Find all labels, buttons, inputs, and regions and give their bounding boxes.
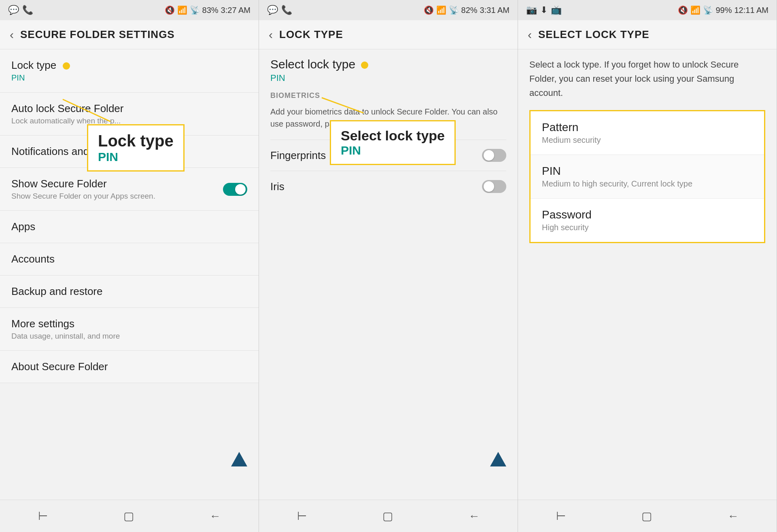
page-title-2: LOCK TYPE: [279, 28, 343, 41]
top-bar-1: ‹ SECURE FOLDER SETTINGS: [0, 20, 259, 49]
time-label-2: 3:31 AM: [480, 6, 510, 15]
yellow-dot: [63, 62, 70, 70]
biometrics-section-label: BIOMETRICS: [270, 91, 506, 100]
settings-item-accounts[interactable]: Accounts: [0, 243, 259, 276]
select-lock-desc: Select a lock type. If you forget how to…: [529, 57, 765, 100]
lock-option-pin[interactable]: PIN Medium to high security, Current loc…: [531, 155, 764, 199]
message-icon: 💬: [8, 5, 19, 15]
settings-item-about[interactable]: About Secure Folder: [0, 351, 259, 383]
mute-icon-3: 🔇: [678, 5, 688, 15]
bottom-nav-3: ⊢ ▢ ←: [518, 500, 777, 532]
wifi-icon: 📶: [177, 5, 187, 15]
nav-back-1[interactable]: ←: [210, 510, 221, 523]
back-button-3[interactable]: ‹: [528, 28, 532, 42]
ann-sub-1: PIN: [98, 150, 174, 164]
settings-content: Lock type PIN Auto lock Secure Folder Lo…: [0, 49, 259, 500]
time-label: 3:27 AM: [221, 6, 251, 15]
settings-item-lock-type[interactable]: Lock type PIN: [0, 49, 259, 93]
battery-label: 83%: [202, 6, 219, 15]
status-right-3: 🔇 📶 📡 99% 12:11 AM: [678, 5, 769, 15]
fingerprints-toggle[interactable]: [482, 149, 506, 162]
status-left-3: 📷 ⬇ 📺: [526, 5, 562, 15]
auto-lock-title: Auto lock Secure Folder: [11, 102, 247, 115]
battery-label-2: 82%: [461, 6, 478, 15]
cast-icon-3: 📺: [551, 5, 562, 15]
status-right-1: 🔇 📶 📡 83% 3:27 AM: [165, 5, 251, 15]
apps-title: Apps: [11, 220, 247, 233]
lock-type-title: Lock type: [11, 59, 247, 72]
signal-icon: 📡: [190, 5, 200, 15]
settings-item-show-folder[interactable]: Show Secure Folder Show Secure Folder on…: [0, 168, 259, 211]
backup-title: Backup and restore: [11, 285, 247, 298]
wifi-icon-3: 📶: [690, 5, 701, 15]
status-bar-3: 📷 ⬇ 📺 🔇 📶 📡 99% 12:11 AM: [518, 0, 777, 20]
download-icon-3: ⬇: [540, 5, 548, 15]
mute-icon: 🔇: [165, 5, 175, 15]
show-folder-title: Show Secure Folder: [11, 178, 155, 190]
nav-home-2[interactable]: ▢: [382, 509, 393, 523]
bottom-nav-1: ⊢ ▢ ←: [0, 500, 259, 532]
back-button-2[interactable]: ‹: [269, 28, 273, 42]
nav-recent-3[interactable]: ⊢: [556, 509, 566, 523]
yellow-dot-2: [361, 61, 368, 69]
wifi-icon-2: 📶: [436, 5, 446, 15]
settings-list: Lock type PIN Auto lock Secure Folder Lo…: [0, 49, 259, 383]
settings-item-apps[interactable]: Apps: [0, 211, 259, 243]
iris-label: Iris: [270, 180, 284, 193]
voicemail-icon: 📞: [22, 5, 33, 15]
ann-title-1: Lock type: [98, 132, 174, 150]
mute-icon-2: 🔇: [424, 5, 434, 15]
status-left-2: 💬 📞: [267, 5, 292, 15]
annotation-box-2: Select lock type PIN: [330, 120, 456, 165]
show-folder-toggle[interactable]: [223, 183, 247, 196]
iris-toggle[interactable]: [482, 180, 506, 193]
back-button-1[interactable]: ‹: [10, 28, 14, 42]
panel-secure-folder-settings: 💬 📞 🔇 📶 📡 83% 3:27 AM ‹ SECURE FOLDER SE…: [0, 0, 259, 532]
nav-home-1[interactable]: ▢: [123, 509, 134, 523]
nav-back-2[interactable]: ←: [469, 510, 480, 523]
ann-sub-2: PIN: [341, 144, 445, 157]
signal-icon-2: 📡: [449, 5, 459, 15]
settings-item-backup[interactable]: Backup and restore: [0, 276, 259, 308]
select-lock-content: Select a lock type. If you forget how to…: [518, 49, 777, 500]
time-label-3: 12:11 AM: [734, 6, 769, 15]
lock-option-password[interactable]: Password High security: [531, 199, 764, 242]
lock-options-box: Pattern Medium security PIN Medium to hi…: [529, 110, 765, 243]
iris-row[interactable]: Iris: [270, 171, 506, 202]
lock-option-pattern[interactable]: Pattern Medium security: [531, 111, 764, 155]
pin-subtitle: Medium to high security, Current lock ty…: [542, 179, 753, 189]
pin-title: PIN: [542, 165, 753, 178]
select-lock-inner: Select a lock type. If you forget how to…: [518, 49, 777, 251]
pattern-title: Pattern: [542, 121, 753, 134]
lock-type-content: Select lock type PIN BIOMETRICS Add your…: [259, 49, 518, 500]
message-icon-2: 💬: [267, 5, 278, 15]
status-right-2: 🔇 📶 📡 82% 3:31 AM: [424, 5, 510, 15]
ann-title-2: Select lock type: [341, 128, 445, 144]
about-title: About Secure Folder: [11, 360, 247, 373]
more-title: More settings: [11, 318, 247, 330]
accounts-title: Accounts: [11, 253, 247, 265]
nav-recent-2[interactable]: ⊢: [297, 509, 307, 523]
page-title-1: SECURE FOLDER SETTINGS: [20, 28, 175, 41]
screenshot-icon-3: 📷: [526, 5, 537, 15]
nav-recent-1[interactable]: ⊢: [38, 509, 48, 523]
show-folder-text: Show Secure Folder Show Secure Folder on…: [11, 178, 155, 201]
nav-back-3[interactable]: ←: [728, 510, 739, 523]
panel-select-lock-type: 📷 ⬇ 📺 🔇 📶 📡 99% 12:11 AM ‹ SELECT LOCK T…: [518, 0, 777, 532]
top-bar-2: ‹ LOCK TYPE: [259, 20, 518, 49]
password-subtitle: High security: [542, 223, 753, 232]
nav-home-3[interactable]: ▢: [641, 509, 652, 523]
pattern-subtitle: Medium security: [542, 136, 753, 145]
more-desc: Data usage, uninstall, and more: [11, 332, 247, 341]
status-bar-1: 💬 📞 🔇 📶 📡 83% 3:27 AM: [0, 0, 259, 20]
status-bar-2: 💬 📞 🔇 📶 📡 82% 3:31 AM: [259, 0, 518, 20]
password-title: Password: [542, 208, 753, 221]
secure-icon-1: [231, 452, 247, 466]
fingerprints-label: Fingerprints: [270, 149, 326, 162]
select-lock-pin: PIN: [270, 73, 506, 83]
settings-item-more[interactable]: More settings Data usage, uninstall, and…: [0, 308, 259, 351]
top-bar-3: ‹ SELECT LOCK TYPE: [518, 20, 777, 49]
voicemail-icon-2: 📞: [281, 5, 292, 15]
secure-icon-2: [490, 452, 506, 466]
lock-type-value: PIN: [11, 73, 247, 83]
